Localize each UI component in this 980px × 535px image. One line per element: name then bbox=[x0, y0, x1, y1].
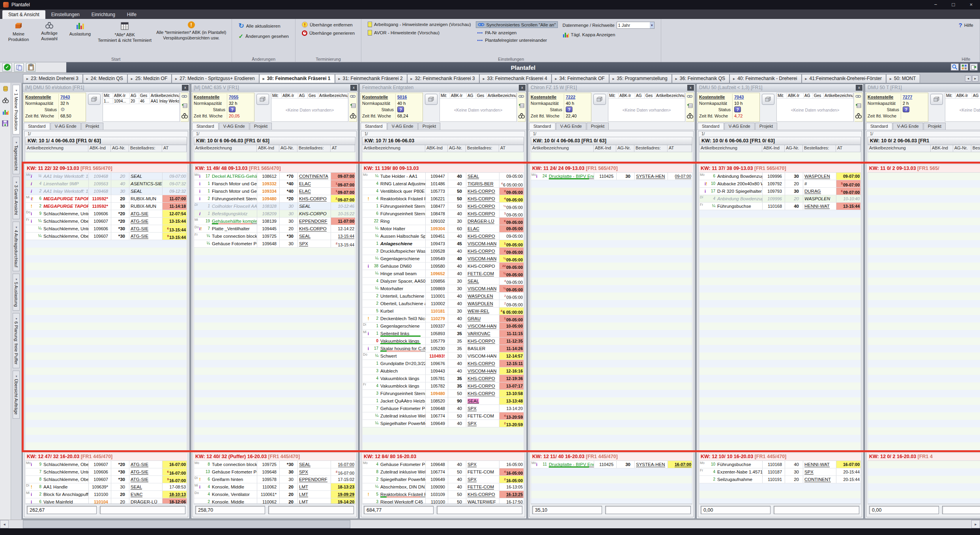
menu-tab-hilfe[interactable]: Hilfe bbox=[121, 10, 142, 19]
order-address-link[interactable]: VISCOM-HAN bbox=[468, 324, 496, 329]
grid-button[interactable] bbox=[960, 63, 968, 71]
order-row[interactable]: Di1Gegenlagerschiene10933740VISCOM-HAN10… bbox=[363, 322, 524, 330]
order-address-link[interactable]: WASPOLEN bbox=[468, 294, 493, 299]
panel-tab-standard[interactable]: Standard bbox=[698, 123, 724, 130]
order-row[interactable]: 3Druckluftspeicher Wasser10952840KHS-COR… bbox=[363, 248, 524, 255]
panel-tab-projekt[interactable]: Projekt bbox=[418, 123, 440, 130]
order-address-link[interactable]: ATG-SIE bbox=[131, 462, 148, 467]
panel-tab-v-ag-ende[interactable]: V-AG Ende bbox=[893, 123, 923, 130]
order-row[interactable]: Di4Anbindung Bowdenzug, inne10999620WASP… bbox=[699, 195, 860, 203]
order-address-link[interactable]: SEAL bbox=[468, 174, 479, 179]
order-row[interactable]: Di!6Greifarm hinten10957830EPPENDORF17-1… bbox=[194, 476, 355, 483]
order-address-link[interactable]: RUBIX-MUN bbox=[131, 196, 156, 201]
order-address-link[interactable]: RUBIX-MUN bbox=[131, 204, 156, 209]
cube-button[interactable] bbox=[930, 94, 943, 105]
order-row[interactable]: Mo8Tube connection block 4109725*30SEAL1… bbox=[194, 461, 355, 468]
order-address-link[interactable]: KHS-CORPO bbox=[468, 492, 495, 497]
addrow-button[interactable] bbox=[182, 103, 187, 109]
order-address-link[interactable]: KHS-CORPO bbox=[468, 196, 495, 201]
mini-table-row[interactable]: 1...1094...2046AA1 Inlay Werkstoff: 1.44… bbox=[103, 99, 180, 104]
ribbon-item-datenmenge-reichweite[interactable]: Datenmenge / Reichweite1 Jahr▾ bbox=[561, 21, 656, 29]
order-row[interactable]: Mii1Seitenteil links10589335VARIOVAC11-1… bbox=[363, 330, 524, 337]
order-row[interactable]: ¼Gehäuse Fotometer Powe10964830SPX813-15… bbox=[194, 240, 355, 248]
side-tab-4-auftragsdurchlauf[interactable]: ▾ 4 Auftragsdurchlauf bbox=[13, 222, 20, 271]
order-address-link[interactable]: SEAL bbox=[131, 485, 142, 490]
order-address-link[interactable]: SYSTEA-HEN bbox=[636, 174, 665, 179]
order-address-link[interactable]: GRAU bbox=[468, 316, 481, 321]
order-row[interactable]: 13Gehäuse Fotometer Powe10964830SPX816-0… bbox=[194, 468, 355, 476]
register-tab-27-medizin-spritzguss-erodieren[interactable]: ▸27: Medizin - Spritzguss+ Erodieren bbox=[172, 74, 259, 83]
order-row[interactable]: Fr4Exzenter-Nabe 1.457111018730SPX20-15:… bbox=[699, 468, 860, 476]
order-row[interactable]: 7Schlauchklemme, Unterte109606*30ATG-SIE… bbox=[26, 468, 187, 476]
order-row[interactable]: i1Flansch Motor und Getriet109334*40ELAC… bbox=[194, 188, 355, 195]
ribbon-item-alle-aktualisieren[interactable]: ↻Alle aktualisieren bbox=[237, 21, 290, 30]
cube-button[interactable] bbox=[256, 94, 269, 105]
register-tab-41-feinmechanik-dreherei-förster[interactable]: ▸41:Feinmechanik-Dreherei-Förster bbox=[802, 74, 886, 83]
side-tab-1-meine-produktion[interactable]: ▾ 1 Meine Produktion bbox=[13, 85, 20, 134]
ribbon-item-plantafelregister-untereinander[interactable]: •••Plantafelregister untereinander bbox=[476, 37, 558, 43]
order-row[interactable]: ¼Schlauchklemme, Obertei109607*30ATG-SIE… bbox=[26, 233, 187, 240]
order-row[interactable]: 3Alublech10944340VISCOM-HAN12-16:16 bbox=[363, 367, 524, 375]
order-address-link[interactable]: SEAL bbox=[131, 174, 142, 179]
order-row[interactable]: ¼Gegenlagerschiene10954940VISCOM-HAN¼09-… bbox=[363, 255, 524, 263]
horizontal-scrollbar[interactable]: ◂ ▸ bbox=[0, 520, 980, 528]
panel-close-button[interactable]: x bbox=[182, 85, 189, 91]
addrow-button[interactable] bbox=[687, 103, 693, 109]
binoculars_s-button[interactable] bbox=[686, 113, 694, 120]
order-address-link[interactable]: WASPOLEN bbox=[804, 174, 830, 179]
order-row[interactable]: ¼Motorhalter10986930VISCOM-HAN¼09-05:00 bbox=[363, 285, 524, 293]
cube-button[interactable] bbox=[593, 94, 606, 105]
order-row[interactable]: Moi17Deckel ALTREG-Gehäuse108612*70CONTI… bbox=[194, 173, 355, 180]
panel-close-button[interactable]: x bbox=[856, 85, 862, 91]
cube-button[interactable] bbox=[762, 94, 774, 105]
order-row[interactable]: 1Jacket QuAAtro Heizbad10852090SEAL13-13… bbox=[363, 397, 524, 405]
panel-tab-projekt[interactable]: Projekt bbox=[755, 123, 777, 130]
order-address-link[interactable]: SEAL bbox=[468, 279, 479, 284]
chain-button[interactable] bbox=[350, 94, 356, 100]
order-address-link[interactable]: KHS-CORPO bbox=[468, 204, 495, 209]
cube-button[interactable] bbox=[88, 94, 101, 105]
order-address-link[interactable]: SPX bbox=[299, 241, 308, 246]
maximize-button[interactable]: □ bbox=[944, 0, 962, 9]
register-tab-30-feinmechanik-fräserei-1[interactable]: ▸30: Feinmechanik Fräserei 1 bbox=[259, 74, 335, 83]
order-address-link[interactable]: CONTINENTA bbox=[299, 174, 328, 179]
paste-button[interactable] bbox=[26, 63, 36, 72]
order-address-link[interactable]: FETTE-COM bbox=[468, 271, 494, 276]
order-address-link[interactable]: SEAL bbox=[299, 234, 310, 239]
order-address-link[interactable]: FETTE-COM bbox=[468, 414, 494, 418]
register-tab-35-programmerstellung[interactable]: ▸35: Programmerstellung bbox=[609, 74, 672, 83]
order-address-link[interactable]: KHS-CORPO bbox=[468, 361, 495, 366]
order-address-link[interactable]: ATG-SIE bbox=[131, 219, 148, 224]
ribbon-item-avor-hinweistexte-vorschau[interactable]: AVOR - Hinweistexte (Vorschau) bbox=[366, 30, 472, 36]
menu-tab-start-ansicht[interactable]: Start & Ansicht bbox=[2, 10, 45, 19]
order-row[interactable]: Fr4Vakuumblock längs10578235KHS-CORPO13-… bbox=[363, 382, 524, 390]
order-address-link[interactable]: KHS-CORPO bbox=[299, 211, 327, 216]
close-button[interactable]: × bbox=[962, 0, 980, 9]
order-row[interactable]: i4Linsenhalter 9MP10956340ASENTICS-SIE09… bbox=[26, 180, 187, 188]
menu-tab-einstellungen[interactable]: Einstellungen bbox=[45, 10, 86, 19]
panel-tab-v-ag-ende[interactable]: V-AG Ende bbox=[387, 123, 418, 130]
panel-tab-projekt[interactable]: Projekt bbox=[250, 123, 272, 130]
ribbon-item-überhänge-entfernen[interactable]: !Überhänge entfernen bbox=[300, 21, 356, 28]
order-row[interactable]: i6Valve Mainfeld11010420DRÄGER-LÜ18-12:0… bbox=[26, 498, 187, 504]
order-row[interactable]: Mo¼Tube Holder - AA110944740SEAL09-05:00 bbox=[363, 173, 524, 180]
ribbon-item-hilfe[interactable]: ?Hilfe bbox=[957, 21, 975, 29]
order-row[interactable]: ¼Aussen Halbschale Spee10945140KHS-CORPO… bbox=[363, 233, 524, 240]
strip-chart_s-button[interactable] bbox=[2, 109, 9, 116]
kostenstelle-link[interactable]: 7055 bbox=[229, 95, 238, 99]
order-row[interactable]: Di1Coilholder Flowcell AA50010832830SEAL… bbox=[194, 203, 355, 210]
binoculars_s-button[interactable] bbox=[518, 113, 525, 120]
order-row[interactable]: 6Führungseinheit Sternrad10847840KHS-COR… bbox=[363, 210, 524, 218]
panel-tab-standard[interactable]: Standard bbox=[529, 123, 555, 130]
order-address-link[interactable]: KHS-CORPO bbox=[468, 234, 495, 239]
panel-tab-v-ag-ende[interactable]: V-AG Ende bbox=[219, 123, 249, 130]
order-address-link[interactable]: LMT bbox=[299, 485, 308, 490]
panel-tab-v-ag-ende[interactable]: V-AG Ende bbox=[724, 123, 755, 130]
order-address-link[interactable]: KHS-CORPO bbox=[468, 376, 495, 381]
order-address-link[interactable]: KHS-CORPO bbox=[299, 226, 327, 231]
strip-save-button[interactable] bbox=[2, 120, 9, 128]
order-row[interactable]: Di!8AA1 Handle109639*30SEAL17-08:53 bbox=[26, 483, 187, 491]
order-row[interactable]: Mi19Gehäusehälfte komplett10813930EPPEND… bbox=[194, 218, 355, 225]
order-address-link[interactable]: EPPENDORF bbox=[299, 219, 327, 224]
order-row[interactable]: Mo6Anbindung Bowdenzug, in10999630WASPOL… bbox=[699, 173, 860, 180]
